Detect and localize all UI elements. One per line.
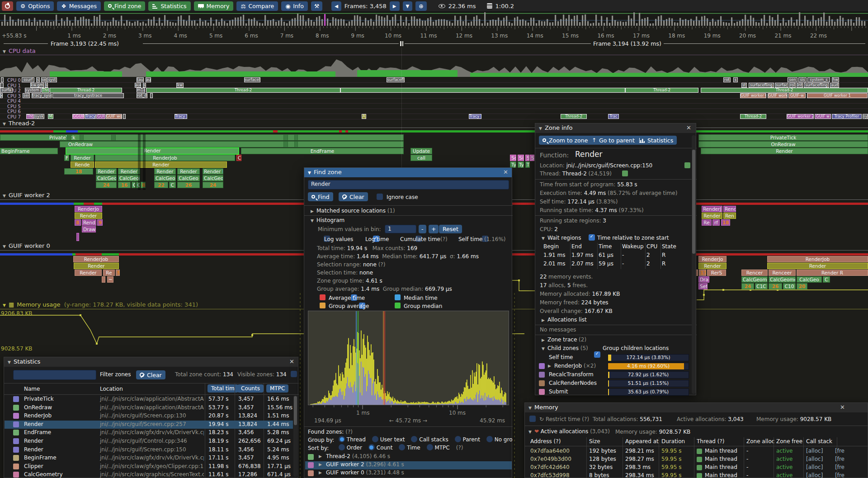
filter-input[interactable] (13, 370, 96, 380)
timeline-zone[interactable]: Render (698, 263, 726, 269)
timeline-zone[interactable]: C (169, 182, 176, 188)
child-zone-row[interactable]: RecalcTransform 72.92 µs (1.62%) (535, 371, 691, 379)
statistics-titlebar[interactable]: ▼Statistics (4, 357, 298, 367)
timeline-zone[interactable]: CalcGeo (96, 175, 117, 181)
timeline-zone[interactable]: Ty (510, 161, 516, 168)
child-zone-row[interactable]: ▶RenderJob (×2)4.16 ms (92.60%) (535, 362, 691, 370)
timeline-zone[interactable]: Renceer (769, 270, 796, 276)
found-zone-group[interactable]: ▶Thread-2 (4,105) 6.46 s (305, 453, 512, 461)
timeline-zone[interactable]: CalcGeor (154, 175, 176, 181)
timeline-zone[interactable]: C (132, 182, 136, 188)
child-zone-row[interactable]: CalcRenderNodes 51.51 µs (1.15%) (535, 379, 691, 388)
timeline-zone[interactable]: CalcGeo (797, 276, 822, 283)
timeline-zone[interactable]: Render (702, 213, 722, 219)
table-row[interactable]: 0x7dfaa64e00192 bytes298.21 ms59.95 sMai… (525, 448, 868, 456)
timeline-zone[interactable] (76, 233, 79, 241)
memory-titlebar[interactable]: ▼Memory (525, 403, 868, 412)
timeline-zone[interactable]: 18 (721, 219, 730, 226)
timeline-zone[interactable]: 5 (116, 270, 120, 276)
timeline-zone[interactable]: S (525, 155, 529, 161)
stats-scrollbar[interactable] (294, 396, 297, 425)
active-allocations-toggle[interactable]: ▼❤ Active allocations (3,043) (528, 428, 610, 435)
table-row[interactable]: Renderjni/../jni/src/guif/Control.cpp:34… (5, 437, 293, 445)
timeline-zone[interactable]: Re (702, 219, 712, 226)
location-swatch[interactable] (684, 162, 690, 168)
find-zone-input[interactable]: Render (308, 180, 509, 189)
timeline-zone[interactable] (80, 134, 84, 141)
zone-info-scrollbar[interactable] (692, 150, 695, 254)
timeline-zone[interactable]: 8 (75, 219, 81, 226)
col-location[interactable]: Location (100, 386, 123, 392)
close-icon[interactable]: ✕ (840, 404, 845, 411)
timeline-zone[interactable]: Render F (203, 168, 223, 175)
timeline-zone[interactable] (283, 141, 288, 147)
zoom-to-zone-button[interactable]: Zoom to zone (539, 136, 591, 145)
timeline-zone[interactable]: 24 (203, 182, 223, 188)
timeline-zone[interactable]: S (530, 155, 534, 161)
timeline-zone[interactable]: Sc (510, 155, 516, 161)
child-zones-toggle[interactable]: ▼Child zones (5) (542, 345, 588, 351)
histogram-toggle[interactable]: ▼Histogram (311, 217, 344, 223)
timeline-zone[interactable]: T (525, 161, 530, 168)
found-zone-group[interactable]: ▶GUIF worker 2 (3,296) 4.61 s (305, 461, 512, 469)
timeline-zone[interactable]: CalcGeomet (769, 276, 796, 283)
table-row[interactable]: Renderjni/../jni/src/guif/Screen.cpp:257… (5, 421, 293, 429)
timeline-zone[interactable]: ~ (107, 276, 113, 283)
timeline-zone[interactable]: Render (66, 147, 239, 155)
stats-checkbox[interactable] (291, 371, 297, 377)
timeline-zone[interactable]: call (410, 155, 432, 161)
timeline-zone[interactable]: PrivateTick (0, 134, 404, 141)
timeline-zone[interactable]: Render (74, 263, 119, 269)
table-row[interactable]: Clipperjni/../jni/src/claw/gfx/geo/Clipp… (5, 463, 293, 471)
timeline-zone[interactable] (67, 134, 71, 141)
timeline-zone[interactable]: RenderJ (702, 206, 722, 212)
timeline-zone[interactable]: Render (767, 263, 868, 269)
matched-locations[interactable]: ▶Matched source locations (1) (311, 208, 395, 214)
timeline-zone[interactable]: Render R (797, 270, 868, 276)
timeline-zone[interactable]: Ren (723, 213, 736, 219)
close-icon[interactable]: ✕ (289, 358, 294, 365)
minus-button[interactable]: - (419, 225, 426, 233)
expand-arrow-icon[interactable]: ▶ (548, 364, 551, 368)
timeline-zone[interactable]: RenderJo (698, 256, 726, 262)
table-row[interactable]: EndFramejni/../jni/src/claw/gfx/drv/vk/D… (5, 429, 293, 437)
close-icon[interactable]: ✕ (503, 169, 508, 175)
timeline-zone[interactable]: RenderJob (73, 256, 119, 262)
zone-trace-toggle[interactable]: ▶Zone trace (2) (542, 336, 586, 343)
timeline-zone[interactable]: C1C (755, 283, 768, 289)
timeline-zone[interactable]: Render (96, 168, 117, 175)
timeline-zone[interactable]: EndFrame (241, 148, 404, 154)
stats-clear-button[interactable]: Clear (136, 370, 165, 379)
reset-button[interactable]: Reset (439, 225, 462, 233)
sort-by-option[interactable]: Count (368, 445, 392, 451)
timeline-zone[interactable]: Re (103, 270, 115, 276)
zone-info-titlebar[interactable]: ▼Zone info (535, 123, 696, 133)
timeline-zone[interactable]: Render (75, 213, 102, 219)
find-button[interactable]: Find (308, 192, 333, 201)
timeline-zone[interactable]: CalcGeo (203, 175, 223, 181)
timeline-zone[interactable]: CalcGeo (177, 175, 200, 181)
timeline-zone[interactable]: Rend (723, 206, 736, 212)
table-row[interactable]: OnRedrawjni/../jni/src/claw/application/… (5, 404, 293, 412)
go-to-parent-button[interactable]: ↑Go to parent (588, 136, 638, 145)
timeline-zone[interactable]: CalcGeome (741, 276, 768, 283)
timeline-zone[interactable]: C (236, 155, 241, 161)
table-row[interactable]: RenderJobjni/../jni/src/guif/Screen.cpp:… (5, 412, 293, 420)
group-by-option[interactable]: Call stacks (411, 436, 448, 443)
timeline-zone[interactable]: Si (518, 155, 524, 161)
table-row[interactable]: 0x7dfc42d64032 bytes298.3 ms59.95 sMain … (525, 464, 868, 472)
timeline-zone[interactable]: Draw (82, 226, 96, 232)
timeline-zone[interactable]: Render (118, 168, 140, 175)
timeline-zone[interactable]: Rencer (741, 270, 768, 276)
rel-time-checkbox[interactable] (589, 234, 595, 241)
group-by-option[interactable]: Parent (455, 436, 480, 443)
expand-arrow-icon[interactable]: ▶ (319, 470, 322, 475)
child-zone-row[interactable]: Self time 172.14 µs (3.83%) (535, 354, 691, 362)
timeline-zone[interactable]: 24 (96, 182, 117, 188)
timeline-zone[interactable]: Render (177, 168, 200, 175)
timeline-zone[interactable]: 20 (797, 283, 807, 289)
ignore-case-checkbox[interactable] (377, 194, 383, 200)
timeline-zone[interactable]: Render (75, 270, 102, 276)
timeline-zone[interactable]: RenderJob (767, 256, 868, 262)
table-row[interactable]: PrivateTickjni/../jni/src/claw/applicati… (5, 395, 293, 403)
